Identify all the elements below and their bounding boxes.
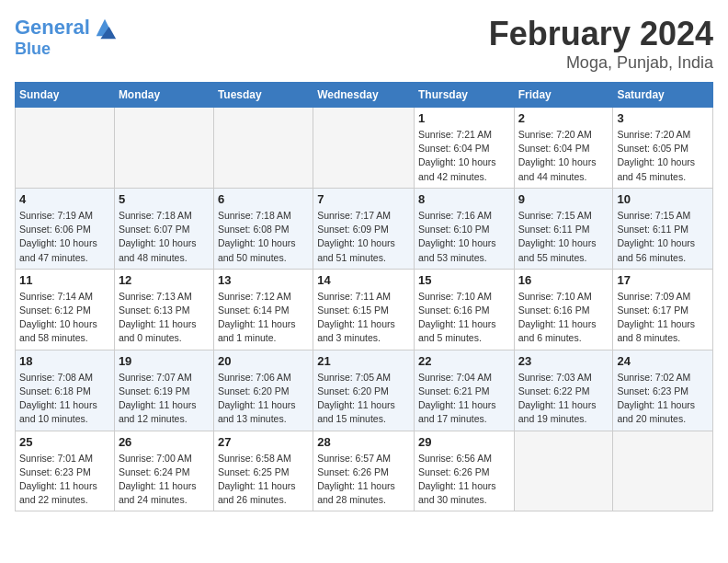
- day-info: Sunrise: 7:13 AM Sunset: 6:13 PM Dayligh…: [119, 290, 210, 346]
- calendar-cell: 10Sunrise: 7:15 AM Sunset: 6:11 PM Dayli…: [613, 188, 713, 269]
- day-info: Sunrise: 7:06 AM Sunset: 6:20 PM Dayligh…: [218, 371, 309, 427]
- day-info: Sunrise: 7:19 AM Sunset: 6:06 PM Dayligh…: [19, 209, 110, 265]
- day-number: 11: [19, 273, 110, 287]
- day-info: Sunrise: 6:56 AM Sunset: 6:26 PM Dayligh…: [418, 452, 510, 508]
- day-number: 8: [418, 192, 510, 206]
- calendar-cell: 17Sunrise: 7:09 AM Sunset: 6:17 PM Dayli…: [613, 269, 713, 350]
- weekday-header: Thursday: [414, 83, 514, 108]
- calendar-cell: 11Sunrise: 7:14 AM Sunset: 6:12 PM Dayli…: [16, 269, 115, 350]
- calendar-cell: [613, 431, 713, 511]
- calendar-cell: 16Sunrise: 7:10 AM Sunset: 6:16 PM Dayli…: [514, 269, 613, 350]
- day-number: 29: [418, 435, 510, 449]
- day-number: 21: [317, 354, 410, 368]
- day-info: Sunrise: 7:03 AM Sunset: 6:22 PM Dayligh…: [518, 371, 609, 427]
- weekday-header: Friday: [514, 83, 613, 108]
- day-info: Sunrise: 7:01 AM Sunset: 6:23 PM Dayligh…: [19, 452, 110, 508]
- calendar-cell: 4Sunrise: 7:19 AM Sunset: 6:06 PM Daylig…: [16, 188, 115, 269]
- day-number: 10: [617, 192, 709, 206]
- calendar-subtitle: Moga, Punjab, India: [489, 53, 713, 73]
- day-number: 22: [418, 354, 510, 368]
- calendar-cell: 7Sunrise: 7:17 AM Sunset: 6:09 PM Daylig…: [313, 188, 415, 269]
- day-info: Sunrise: 7:20 AM Sunset: 6:04 PM Dayligh…: [518, 128, 609, 184]
- calendar-cell: 29Sunrise: 6:56 AM Sunset: 6:26 PM Dayli…: [414, 431, 514, 511]
- day-info: Sunrise: 7:11 AM Sunset: 6:15 PM Dayligh…: [317, 290, 410, 346]
- day-number: 16: [518, 273, 609, 287]
- calendar-cell: 25Sunrise: 7:01 AM Sunset: 6:23 PM Dayli…: [16, 431, 115, 511]
- calendar-cell: 14Sunrise: 7:11 AM Sunset: 6:15 PM Dayli…: [313, 269, 415, 350]
- day-info: Sunrise: 7:02 AM Sunset: 6:23 PM Dayligh…: [617, 371, 709, 427]
- logo-blue: Blue: [15, 40, 118, 59]
- day-number: 23: [518, 354, 609, 368]
- calendar-cell: 27Sunrise: 6:58 AM Sunset: 6:25 PM Dayli…: [213, 431, 313, 511]
- day-number: 4: [19, 192, 110, 206]
- day-number: 2: [518, 111, 609, 125]
- day-number: 27: [218, 435, 309, 449]
- calendar-cell: [114, 108, 213, 189]
- day-number: 9: [518, 192, 609, 206]
- weekday-header: Tuesday: [213, 83, 313, 108]
- day-info: Sunrise: 7:18 AM Sunset: 6:07 PM Dayligh…: [119, 209, 210, 265]
- day-info: Sunrise: 7:05 AM Sunset: 6:20 PM Dayligh…: [317, 371, 410, 427]
- calendar-week-row: 18Sunrise: 7:08 AM Sunset: 6:18 PM Dayli…: [16, 350, 713, 431]
- calendar-cell: 19Sunrise: 7:07 AM Sunset: 6:19 PM Dayli…: [114, 350, 213, 431]
- weekday-header: Monday: [114, 83, 213, 108]
- calendar-cell: [16, 108, 115, 189]
- calendar-cell: 24Sunrise: 7:02 AM Sunset: 6:23 PM Dayli…: [613, 350, 713, 431]
- day-info: Sunrise: 7:17 AM Sunset: 6:09 PM Dayligh…: [317, 209, 410, 265]
- calendar-week-row: 4Sunrise: 7:19 AM Sunset: 6:06 PM Daylig…: [16, 188, 713, 269]
- calendar-cell: 5Sunrise: 7:18 AM Sunset: 6:07 PM Daylig…: [114, 188, 213, 269]
- day-info: Sunrise: 7:10 AM Sunset: 6:16 PM Dayligh…: [418, 290, 510, 346]
- day-number: 3: [617, 111, 709, 125]
- day-info: Sunrise: 7:18 AM Sunset: 6:08 PM Dayligh…: [218, 209, 309, 265]
- logo-icon: [92, 15, 118, 40]
- page-header: General Blue February 2024 Moga, Punjab,…: [15, 15, 713, 73]
- day-info: Sunrise: 7:10 AM Sunset: 6:16 PM Dayligh…: [518, 290, 609, 346]
- day-number: 1: [418, 111, 510, 125]
- logo-text: General: [15, 17, 90, 39]
- calendar-cell: 21Sunrise: 7:05 AM Sunset: 6:20 PM Dayli…: [313, 350, 415, 431]
- day-info: Sunrise: 7:09 AM Sunset: 6:17 PM Dayligh…: [617, 290, 709, 346]
- calendar-title: February 2024: [489, 15, 713, 53]
- calendar-cell: 15Sunrise: 7:10 AM Sunset: 6:16 PM Dayli…: [414, 269, 514, 350]
- calendar-cell: 18Sunrise: 7:08 AM Sunset: 6:18 PM Dayli…: [16, 350, 115, 431]
- calendar-cell: [514, 431, 613, 511]
- calendar-cell: 1Sunrise: 7:21 AM Sunset: 6:04 PM Daylig…: [414, 108, 514, 189]
- calendar-cell: 28Sunrise: 6:57 AM Sunset: 6:26 PM Dayli…: [313, 431, 415, 511]
- day-info: Sunrise: 7:21 AM Sunset: 6:04 PM Dayligh…: [418, 128, 510, 184]
- day-number: 14: [317, 273, 410, 287]
- day-info: Sunrise: 7:20 AM Sunset: 6:05 PM Dayligh…: [617, 128, 709, 184]
- calendar-cell: 26Sunrise: 7:00 AM Sunset: 6:24 PM Dayli…: [114, 431, 213, 511]
- calendar-cell: 12Sunrise: 7:13 AM Sunset: 6:13 PM Dayli…: [114, 269, 213, 350]
- day-info: Sunrise: 7:07 AM Sunset: 6:19 PM Dayligh…: [119, 371, 210, 427]
- day-info: Sunrise: 7:14 AM Sunset: 6:12 PM Dayligh…: [19, 290, 110, 346]
- calendar-cell: 8Sunrise: 7:16 AM Sunset: 6:10 PM Daylig…: [414, 188, 514, 269]
- day-info: Sunrise: 7:04 AM Sunset: 6:21 PM Dayligh…: [418, 371, 510, 427]
- day-number: 26: [119, 435, 210, 449]
- day-info: Sunrise: 6:57 AM Sunset: 6:26 PM Dayligh…: [317, 452, 410, 508]
- day-info: Sunrise: 6:58 AM Sunset: 6:25 PM Dayligh…: [218, 452, 309, 508]
- day-info: Sunrise: 7:15 AM Sunset: 6:11 PM Dayligh…: [617, 209, 709, 265]
- calendar-cell: 13Sunrise: 7:12 AM Sunset: 6:14 PM Dayli…: [213, 269, 313, 350]
- day-number: 28: [317, 435, 410, 449]
- calendar-cell: 9Sunrise: 7:15 AM Sunset: 6:11 PM Daylig…: [514, 188, 613, 269]
- calendar-cell: [213, 108, 313, 189]
- calendar-week-row: 11Sunrise: 7:14 AM Sunset: 6:12 PM Dayli…: [16, 269, 713, 350]
- calendar-table: SundayMondayTuesdayWednesdayThursdayFrid…: [15, 82, 713, 511]
- calendar-cell: 2Sunrise: 7:20 AM Sunset: 6:04 PM Daylig…: [514, 108, 613, 189]
- day-info: Sunrise: 7:00 AM Sunset: 6:24 PM Dayligh…: [119, 452, 210, 508]
- calendar-cell: 3Sunrise: 7:20 AM Sunset: 6:05 PM Daylig…: [613, 108, 713, 189]
- calendar-cell: 23Sunrise: 7:03 AM Sunset: 6:22 PM Dayli…: [514, 350, 613, 431]
- day-number: 15: [418, 273, 510, 287]
- calendar-week-row: 25Sunrise: 7:01 AM Sunset: 6:23 PM Dayli…: [16, 431, 713, 511]
- day-number: 5: [119, 192, 210, 206]
- day-info: Sunrise: 7:08 AM Sunset: 6:18 PM Dayligh…: [19, 371, 110, 427]
- logo: General Blue: [15, 15, 118, 59]
- calendar-cell: 20Sunrise: 7:06 AM Sunset: 6:20 PM Dayli…: [213, 350, 313, 431]
- day-number: 17: [617, 273, 709, 287]
- day-number: 20: [218, 354, 309, 368]
- weekday-header: Saturday: [613, 83, 713, 108]
- calendar-week-row: 1Sunrise: 7:21 AM Sunset: 6:04 PM Daylig…: [16, 108, 713, 189]
- day-info: Sunrise: 7:12 AM Sunset: 6:14 PM Dayligh…: [218, 290, 309, 346]
- day-number: 18: [19, 354, 110, 368]
- day-number: 25: [19, 435, 110, 449]
